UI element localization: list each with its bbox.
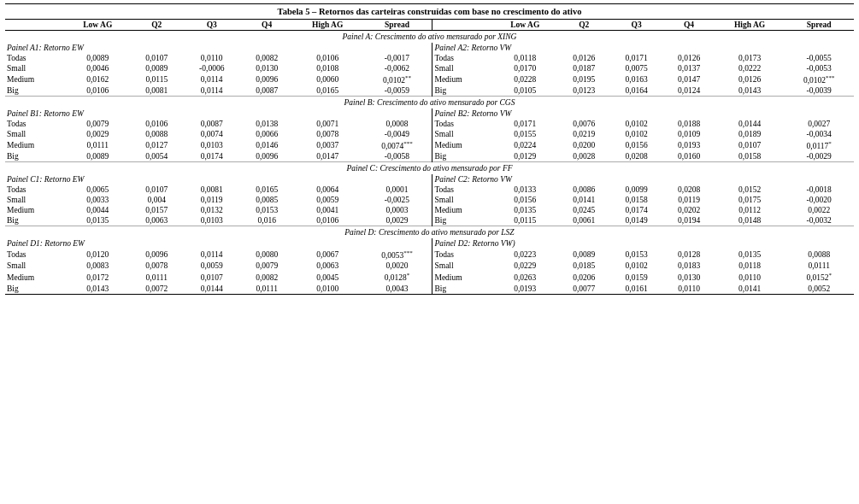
cell-right-2-3-4: 0,0194 — [662, 215, 715, 226]
cell-left-0-3-4: 0,0087 — [240, 85, 292, 97]
cell-left-0-3-0: Big — [5, 85, 65, 97]
cell-left-3-0-1: 0,0120 — [65, 249, 131, 261]
header-right-q3: Q3 — [610, 20, 662, 31]
cell-right-0-3-3: 0,0164 — [610, 85, 662, 97]
cell-right-3-2-1: 0,0263 — [492, 271, 558, 283]
cell-right-2-0-6: -0,0018 — [784, 185, 854, 195]
cell-left-3-3-4: 0,0111 — [240, 284, 292, 295]
table-body: Painel A: Crescimento do ativo mensurado… — [5, 31, 854, 295]
cell-left-1-1-4: 0,0066 — [240, 129, 292, 139]
cell-right-0-2-0: Medium — [432, 73, 492, 85]
table-row: Small0,00330,0040,01190,00850,0059-0,002… — [5, 195, 854, 205]
cell-right-2-1-3: 0,0158 — [610, 195, 662, 205]
cell-left-2-2-5: 0,0041 — [293, 205, 362, 215]
cell-left-3-1-1: 0,0083 — [65, 261, 131, 271]
cell-left-1-3-2: 0,0054 — [131, 151, 183, 162]
cell-left-3-2-1: 0,0172 — [65, 271, 131, 283]
cell-right-3-0-0: Todas — [432, 249, 492, 261]
cell-left-0-1-4: 0,0130 — [240, 63, 292, 73]
header-left-q2: Q2 — [131, 20, 183, 31]
cell-left-2-3-1: 0,0135 — [65, 215, 131, 226]
cell-left-1-0-5: 0,0071 — [293, 119, 362, 129]
cell-right-1-3-6: -0,0029 — [784, 151, 854, 162]
cell-left-0-3-5: 0,0165 — [293, 85, 362, 97]
cell-right-2-1-5: 0,0175 — [715, 195, 785, 205]
cell-left-0-1-1: 0,0046 — [65, 63, 131, 73]
cell-right-1-1-6: -0,0034 — [784, 129, 854, 139]
header-left-q3: Q3 — [183, 20, 240, 31]
cell-right-0-1-1: 0,0170 — [492, 63, 558, 73]
cell-left-0-3-2: 0,0081 — [131, 85, 183, 97]
header-left-q4: Q4 — [240, 20, 292, 31]
cell-left-0-0-2: 0,0107 — [131, 53, 183, 63]
cell-left-2-3-5: 0,0106 — [293, 215, 362, 226]
cell-left-2-0-0: Todas — [5, 185, 65, 195]
cell-left-1-1-5: 0,0078 — [293, 129, 362, 139]
cell-left-1-3-5: 0,0147 — [293, 151, 362, 162]
cell-right-1-2-0: Medium — [432, 139, 492, 151]
cell-left-1-3-3: 0,0174 — [183, 151, 240, 162]
cell-right-3-0-4: 0,0128 — [662, 249, 715, 261]
cell-left-2-3-0: Big — [5, 215, 65, 226]
panel-header-1: Painel B: Crescimento do ativo mensurado… — [5, 97, 854, 109]
cell-right-2-2-5: 0,0112 — [715, 205, 785, 215]
cell-right-3-0-5: 0,0135 — [715, 249, 785, 261]
cell-left-0-2-6: 0,0102** — [362, 73, 432, 85]
panel-header-0: Painel A: Crescimento do ativo mensurado… — [5, 31, 854, 44]
cell-right-2-2-3: 0,0174 — [610, 205, 662, 215]
cell-left-3-3-6: 0,0043 — [362, 284, 432, 295]
cell-left-1-0-1: 0,0079 — [65, 119, 131, 129]
cell-left-0-1-3: -0,0006 — [183, 63, 240, 73]
table-row: Big0,01350,00630,01030,0160,01060,0029Bi… — [5, 215, 854, 226]
cell-left-0-1-0: Small — [5, 63, 65, 73]
empty-header — [5, 20, 65, 31]
table-row: Todas0,00890,01070,01100,00820,0106-0,00… — [5, 53, 854, 63]
cell-right-2-2-1: 0,0135 — [492, 205, 558, 215]
table-title: Tabela 5 – Retornos das carteiras constr… — [5, 3, 854, 16]
cell-right-1-3-0: Big — [432, 151, 492, 162]
cell-left-0-2-3: 0,0114 — [183, 73, 240, 85]
cell-right-2-0-5: 0,0152 — [715, 185, 785, 195]
cell-right-0-2-3: 0,0163 — [610, 73, 662, 85]
cell-left-1-0-6: 0,0008 — [362, 119, 432, 129]
cell-left-3-0-4: 0,0080 — [240, 249, 292, 261]
cell-left-2-1-1: 0,0033 — [65, 195, 131, 205]
cell-right-0-0-3: 0,0171 — [610, 53, 662, 63]
cell-right-1-0-2: 0,0076 — [558, 119, 610, 129]
cell-left-1-3-0: Big — [5, 151, 65, 162]
cell-right-0-2-5: 0,0126 — [715, 73, 785, 85]
cell-right-2-3-6: -0,0032 — [784, 215, 854, 226]
cell-left-3-3-1: 0,0143 — [65, 284, 131, 295]
panel-header-3: Painel D: Crescimento do ativo mensurado… — [5, 226, 854, 239]
cell-right-1-1-0: Small — [432, 129, 492, 139]
table-row: Todas0,00790,01060,00870,01380,00710,000… — [5, 119, 854, 129]
cell-left-2-0-3: 0,0081 — [183, 185, 240, 195]
empty-header-right — [432, 20, 492, 31]
cell-left-2-2-0: Medium — [5, 205, 65, 215]
cell-left-2-3-3: 0,0103 — [183, 215, 240, 226]
cell-left-2-0-6: 0,0001 — [362, 185, 432, 195]
header-left-spread: Spread — [362, 20, 432, 31]
table-row: Small0,00830,00780,00590,00790,00630,002… — [5, 261, 854, 271]
cell-left-0-2-4: 0,0096 — [240, 73, 292, 85]
header-right-q4: Q4 — [662, 20, 715, 31]
table-row: Small0,00290,00880,00740,00660,0078-0,00… — [5, 129, 854, 139]
cell-right-0-2-2: 0,0195 — [558, 73, 610, 85]
table-row: Medium0,01110,01270,01030,01460,00370,00… — [5, 139, 854, 151]
cell-right-3-0-2: 0,0089 — [558, 249, 610, 261]
cell-left-1-3-1: 0,0089 — [65, 151, 131, 162]
cell-right-1-3-1: 0,0129 — [492, 151, 558, 162]
cell-left-0-2-2: 0,0115 — [131, 73, 183, 85]
cell-right-0-2-4: 0,0147 — [662, 73, 715, 85]
cell-right-0-1-3: 0,0075 — [610, 63, 662, 73]
cell-right-2-2-4: 0,0202 — [662, 205, 715, 215]
cell-right-3-3-2: 0,0077 — [558, 284, 610, 295]
cell-left-2-2-6: 0,0003 — [362, 205, 432, 215]
cell-right-1-3-4: 0,0160 — [662, 151, 715, 162]
cell-left-0-0-1: 0,0089 — [65, 53, 131, 63]
cell-left-3-2-5: 0,0045 — [293, 271, 362, 283]
cell-left-1-2-6: 0,0074*** — [362, 139, 432, 151]
cell-left-2-2-3: 0,0132 — [183, 205, 240, 215]
cell-left-0-0-3: 0,0110 — [183, 53, 240, 63]
cell-right-3-3-5: 0,0141 — [715, 284, 785, 295]
